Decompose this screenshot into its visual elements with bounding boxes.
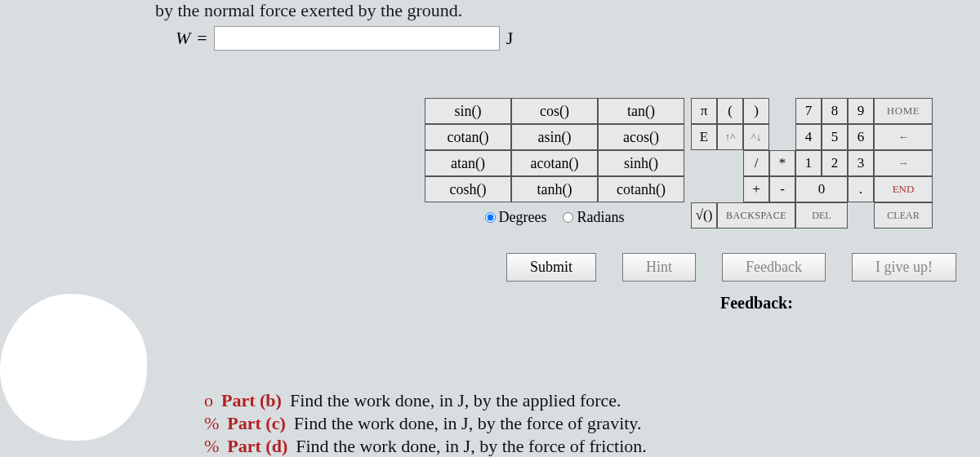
- spacer: [769, 124, 795, 150]
- caret-down-button[interactable]: ^↓: [743, 124, 769, 150]
- feedback-label: Feedback:: [720, 294, 793, 313]
- star-button[interactable]: *: [769, 150, 795, 176]
- part-d-text: Find the work done, in J, by the force o…: [296, 436, 647, 457]
- minus-button[interactable]: -: [769, 176, 795, 202]
- e-button[interactable]: E: [691, 124, 717, 150]
- radians-option[interactable]: Radians: [563, 209, 624, 226]
- pi-button[interactable]: π: [691, 98, 717, 124]
- white-overlay: [0, 294, 147, 441]
- parts-list: o Part (b) Find the work done, in J, by …: [204, 388, 647, 457]
- dot-button[interactable]: .: [848, 176, 874, 202]
- slash-button[interactable]: /: [743, 150, 769, 176]
- radians-radio[interactable]: [563, 212, 573, 223]
- cos-button[interactable]: cos(): [511, 98, 598, 124]
- spacer: [717, 150, 743, 176]
- bullet-icon: %: [204, 436, 219, 457]
- clear-button[interactable]: CLEAR: [874, 202, 933, 228]
- equals-sign: =: [197, 28, 207, 49]
- cotan-button[interactable]: cotan(): [425, 124, 511, 150]
- action-row: Submit Hint Feedback I give up!: [506, 253, 956, 282]
- bullet-icon: o: [204, 390, 213, 411]
- function-grid: sin() cos() tan() cotan() asin() acos() …: [425, 98, 684, 228]
- cotanh-button[interactable]: cotanh(): [598, 176, 684, 202]
- atan-button[interactable]: atan(): [425, 150, 511, 176]
- num-7-button[interactable]: 7: [795, 98, 822, 124]
- bullet-icon: %: [204, 413, 219, 434]
- spacer: [691, 150, 717, 176]
- left-arrow-button[interactable]: ←: [874, 124, 933, 150]
- caret-up-button[interactable]: ↑^: [717, 124, 743, 150]
- spacer: [691, 176, 717, 202]
- answer-variable: W: [176, 28, 190, 49]
- degrees-option[interactable]: Degrees: [485, 209, 547, 226]
- home-button[interactable]: HOME: [874, 98, 933, 124]
- acotan-button[interactable]: acotan(): [511, 150, 598, 176]
- answer-unit: J: [506, 28, 514, 49]
- question-partial: by the normal force exerted by the groun…: [155, 0, 947, 21]
- part-c-label: Part (c): [227, 413, 285, 434]
- sqrt-button[interactable]: √(): [691, 202, 717, 228]
- spacer: [717, 176, 743, 202]
- plus-button[interactable]: +: [743, 176, 769, 202]
- tanh-button[interactable]: tanh(): [511, 176, 598, 202]
- num-8-button[interactable]: 8: [822, 98, 848, 124]
- degrees-radio[interactable]: [485, 212, 496, 223]
- num-4-button[interactable]: 4: [795, 124, 822, 150]
- part-b-label: Part (b): [221, 390, 282, 411]
- part-c-text: Find the work done, in J, by the force o…: [294, 413, 642, 434]
- rparen-button[interactable]: ): [743, 98, 769, 124]
- spacer: [848, 202, 874, 228]
- feedback-button[interactable]: Feedback: [722, 253, 826, 282]
- giveup-button[interactable]: I give up!: [852, 253, 956, 282]
- num-3-button[interactable]: 3: [848, 150, 874, 176]
- cosh-button[interactable]: cosh(): [425, 176, 511, 202]
- sinh-button[interactable]: sinh(): [598, 150, 684, 176]
- backspace-button[interactable]: BACKSPACE: [717, 202, 795, 228]
- keypad-area: sin() cos() tan() cotan() asin() acos() …: [425, 98, 933, 228]
- lparen-button[interactable]: (: [717, 98, 743, 124]
- del-button[interactable]: DEL: [795, 202, 848, 228]
- numeric-grid: π ( ) 7 8 9 HOME E ↑^ ^↓ 4 5 6 ← / * 1 2…: [691, 98, 933, 228]
- part-b-text: Find the work done, in J, by the applied…: [290, 390, 621, 411]
- answer-row: W = J: [176, 26, 513, 51]
- acos-button[interactable]: acos(): [598, 124, 684, 150]
- submit-button[interactable]: Submit: [506, 253, 596, 282]
- num-6-button[interactable]: 6: [848, 124, 874, 150]
- tan-button[interactable]: tan(): [598, 98, 684, 124]
- num-1-button[interactable]: 1: [795, 150, 822, 176]
- right-arrow-button[interactable]: →: [874, 150, 933, 176]
- sin-button[interactable]: sin(): [425, 98, 511, 124]
- part-d-label: Part (d): [227, 436, 287, 457]
- part-b-row: o Part (b) Find the work done, in J, by …: [204, 390, 647, 411]
- hint-button[interactable]: Hint: [622, 253, 696, 282]
- num-0-button[interactable]: 0: [795, 176, 848, 202]
- asin-button[interactable]: asin(): [511, 124, 598, 150]
- spacer: [769, 98, 795, 124]
- angle-mode-row: Degrees Radians: [425, 202, 684, 228]
- part-d-row: % Part (d) Find the work done, in J, by …: [204, 436, 647, 457]
- end-button[interactable]: END: [874, 176, 933, 202]
- answer-input[interactable]: [214, 26, 500, 51]
- part-c-row: % Part (c) Find the work done, in J, by …: [204, 413, 647, 434]
- num-9-button[interactable]: 9: [848, 98, 874, 124]
- num-5-button[interactable]: 5: [822, 124, 848, 150]
- num-2-button[interactable]: 2: [822, 150, 848, 176]
